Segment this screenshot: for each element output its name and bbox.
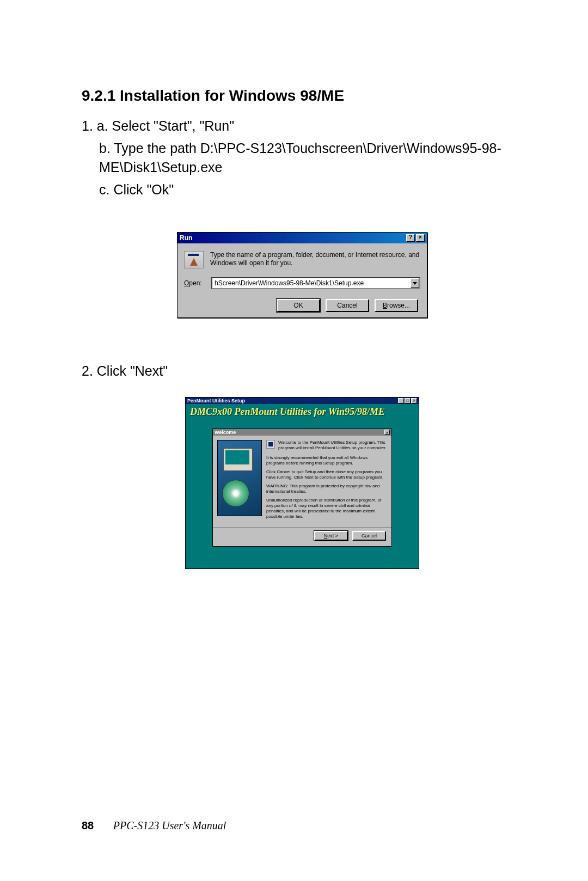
- welcome-title: Welcome: [215, 430, 236, 435]
- section-heading: 9.2.1 Installation for Windows 98/ME: [82, 87, 523, 105]
- chevron-down-icon[interactable]: [411, 278, 419, 288]
- close-icon[interactable]: ×: [416, 234, 425, 242]
- step-1c: c. Click "Ok": [82, 180, 523, 199]
- minimize-icon[interactable]: _: [398, 398, 404, 403]
- setup-banner: DMC9x00 PenMount Utilities for Win95/98/…: [186, 404, 419, 423]
- setup-window: PenMount Utilities Setup _ □ × DMC9x00 P…: [185, 397, 419, 569]
- maximize-icon[interactable]: □: [405, 398, 411, 403]
- step-1b: b. Type the path D:\PPC-S123\Touchscreen…: [82, 139, 523, 177]
- open-label: Open:: [184, 279, 206, 287]
- next-button[interactable]: Next >: [314, 531, 348, 541]
- computer-icon: [266, 440, 275, 449]
- cancel-button[interactable]: Cancel: [352, 531, 386, 541]
- run-description: Type the name of a program, folder, docu…: [210, 251, 420, 268]
- setup-window-title: PenMount Utilities Setup: [187, 398, 245, 403]
- page-footer: 88 PPC-S123 User's Manual: [82, 819, 226, 832]
- setup-titlebar: PenMount Utilities Setup _ □ ×: [186, 397, 419, 404]
- step-1a: 1. a. Select "Start", "Run": [82, 117, 523, 136]
- setup-art-icon: [217, 440, 262, 516]
- cancel-button[interactable]: Cancel: [326, 299, 369, 312]
- help-icon[interactable]: ?: [406, 234, 415, 242]
- run-app-icon: [184, 251, 204, 268]
- ok-button[interactable]: OK: [277, 299, 320, 312]
- step-2: 2. Click "Next": [82, 362, 523, 381]
- run-title: Run: [180, 234, 192, 242]
- doc-title: PPC-S123 User's Manual: [113, 819, 226, 831]
- close-icon[interactable]: ×: [384, 430, 390, 435]
- welcome-text: Welcome to the PenMount Utilities Setup …: [266, 440, 387, 523]
- run-titlebar: Run ? ×: [177, 233, 427, 243]
- page-number: 88: [82, 819, 94, 831]
- open-input[interactable]: [212, 279, 411, 287]
- run-dialog: Run ? × Type the name of a program, fold…: [177, 232, 427, 318]
- welcome-dialog: Welcome × Welcome to the PenMount Utilit…: [212, 429, 392, 547]
- close-icon[interactable]: ×: [411, 398, 417, 403]
- open-combobox[interactable]: [211, 277, 420, 289]
- browse-button[interactable]: Browse...: [375, 299, 418, 312]
